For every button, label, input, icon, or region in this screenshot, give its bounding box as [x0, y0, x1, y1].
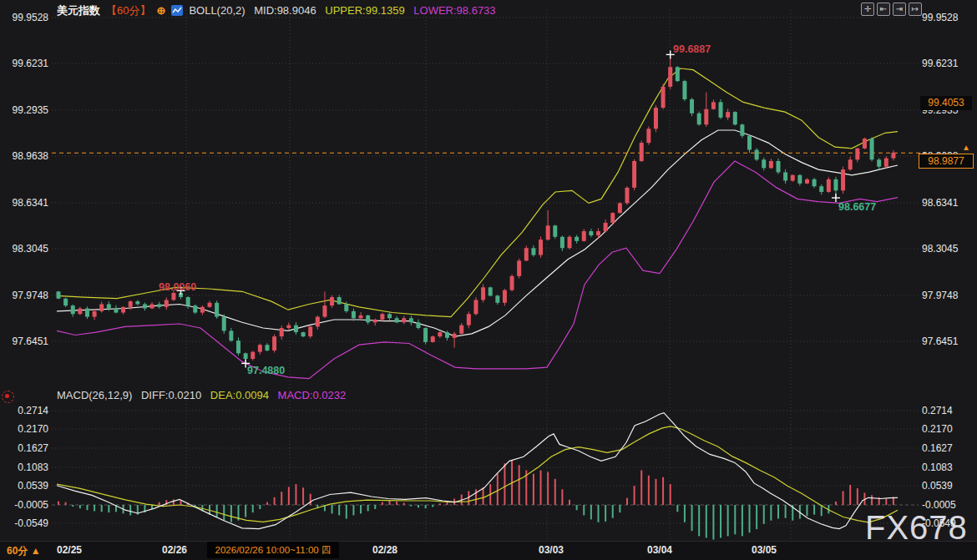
- candle[interactable]: [453, 332, 457, 348]
- candle[interactable]: [747, 134, 752, 153]
- candle[interactable]: [676, 66, 680, 82]
- candle[interactable]: [143, 302, 147, 310]
- candle[interactable]: [531, 245, 535, 257]
- candle[interactable]: [308, 325, 312, 338]
- candle[interactable]: [524, 245, 529, 261]
- candle[interactable]: [812, 178, 817, 188]
- candle[interactable]: [467, 311, 471, 328]
- candle[interactable]: [265, 343, 269, 351]
- candle[interactable]: [805, 178, 809, 184]
- candle[interactable]: [200, 305, 205, 315]
- candle[interactable]: [777, 159, 781, 174]
- candle[interactable]: [186, 296, 190, 309]
- candle[interactable]: [510, 275, 514, 291]
- candle[interactable]: [294, 322, 298, 335]
- candle[interactable]: [352, 308, 356, 320]
- candle[interactable]: [373, 319, 377, 325]
- candle[interactable]: [417, 320, 421, 330]
- candle[interactable]: [63, 298, 68, 307]
- candle[interactable]: [618, 202, 622, 214]
- candle[interactable]: [85, 306, 89, 319]
- candle[interactable]: [582, 229, 586, 241]
- candle[interactable]: [517, 259, 521, 279]
- candle[interactable]: [668, 54, 672, 88]
- candle[interactable]: [114, 305, 118, 314]
- candle[interactable]: [640, 141, 644, 162]
- candle[interactable]: [589, 229, 593, 237]
- candle[interactable]: [488, 286, 493, 296]
- candle[interactable]: [330, 295, 334, 308]
- candle[interactable]: [236, 337, 240, 356]
- candle[interactable]: [632, 159, 636, 190]
- candle[interactable]: [171, 290, 175, 300]
- candle[interactable]: [884, 156, 888, 168]
- candle[interactable]: [495, 295, 499, 305]
- candle[interactable]: [575, 235, 579, 244]
- candle[interactable]: [697, 112, 701, 126]
- candle[interactable]: [459, 323, 463, 335]
- candle[interactable]: [539, 236, 543, 257]
- candle[interactable]: [769, 159, 773, 169]
- candle[interactable]: [423, 327, 428, 344]
- candles-layer[interactable]: [57, 54, 896, 363]
- candle[interactable]: [503, 289, 507, 305]
- candle[interactable]: [473, 297, 478, 315]
- candle[interactable]: [150, 302, 154, 309]
- candle[interactable]: [71, 305, 75, 317]
- candle[interactable]: [690, 98, 694, 116]
- candle[interactable]: [726, 108, 730, 120]
- candle[interactable]: [863, 138, 867, 149]
- candle[interactable]: [646, 126, 650, 144]
- candle[interactable]: [99, 301, 104, 312]
- candle[interactable]: [848, 156, 853, 170]
- candle[interactable]: [719, 99, 723, 119]
- candle[interactable]: [157, 302, 161, 309]
- candle[interactable]: [481, 284, 485, 302]
- candle[interactable]: [387, 312, 392, 320]
- candle[interactable]: [286, 322, 291, 329]
- candle[interactable]: [135, 300, 139, 305]
- candle[interactable]: [553, 225, 557, 239]
- candle[interactable]: [316, 315, 320, 330]
- candle[interactable]: [855, 148, 859, 162]
- candle[interactable]: [222, 315, 226, 334]
- candle[interactable]: [215, 300, 219, 319]
- candle[interactable]: [877, 158, 881, 169]
- candle[interactable]: [165, 297, 169, 310]
- candle[interactable]: [208, 301, 212, 308]
- candle[interactable]: [819, 184, 823, 194]
- candle[interactable]: [762, 158, 766, 171]
- candle[interactable]: [546, 210, 550, 240]
- candle[interactable]: [625, 186, 629, 204]
- candle[interactable]: [251, 351, 255, 361]
- candle[interactable]: [604, 219, 608, 232]
- candle[interactable]: [755, 148, 759, 161]
- candle[interactable]: [337, 295, 342, 305]
- candle[interactable]: [301, 331, 306, 337]
- candle[interactable]: [610, 212, 615, 225]
- candle[interactable]: [431, 335, 435, 342]
- candle[interactable]: [78, 307, 82, 315]
- candle[interactable]: [272, 335, 276, 353]
- candle[interactable]: [121, 306, 125, 315]
- candle[interactable]: [280, 325, 284, 340]
- candle[interactable]: [704, 93, 708, 127]
- candle[interactable]: [654, 105, 658, 132]
- candle[interactable]: [783, 169, 787, 184]
- candle[interactable]: [661, 83, 666, 109]
- candle[interactable]: [740, 124, 744, 138]
- candle[interactable]: [395, 316, 399, 323]
- candle[interactable]: [57, 291, 61, 300]
- candle[interactable]: [711, 99, 716, 109]
- chart-canvas[interactable]: [0, 0, 977, 560]
- candle[interactable]: [229, 328, 233, 342]
- candle[interactable]: [841, 167, 845, 194]
- candle[interactable]: [560, 235, 564, 251]
- candle[interactable]: [409, 315, 413, 325]
- candle[interactable]: [438, 331, 442, 338]
- candle[interactable]: [891, 150, 895, 160]
- candle[interactable]: [827, 177, 831, 193]
- candle[interactable]: [568, 235, 572, 250]
- candle[interactable]: [359, 312, 363, 319]
- candle[interactable]: [93, 309, 97, 320]
